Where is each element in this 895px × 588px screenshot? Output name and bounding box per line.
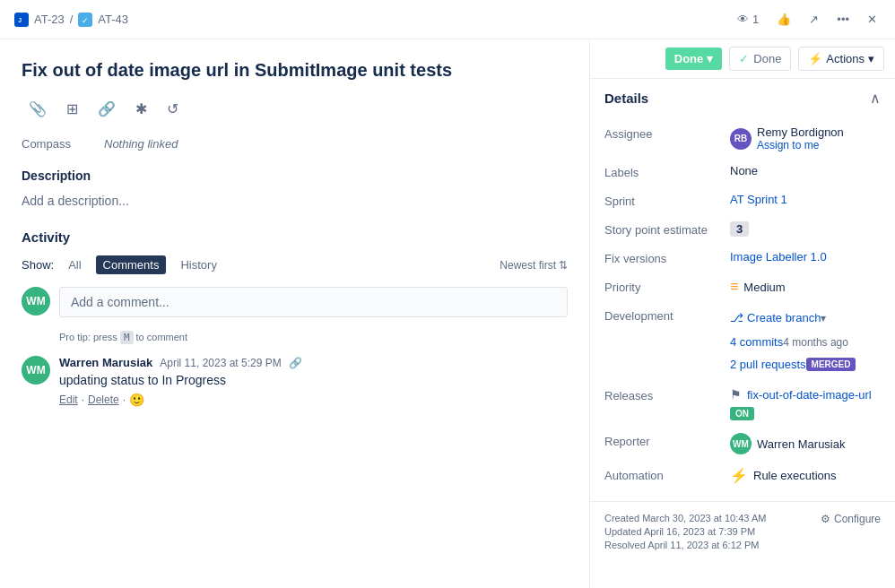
delete-comment-button[interactable]: Delete (88, 393, 119, 406)
footer-dates: Created March 30, 2023 at 10:43 AM Updat… (604, 513, 766, 550)
dev-expand-button[interactable]: ▾ (821, 312, 826, 324)
dev-header: ⎇ Create branch ▾ (730, 311, 826, 324)
create-branch-link[interactable]: ⎇ Create branch (730, 311, 821, 324)
edit-comment-button[interactable]: Edit (59, 393, 78, 406)
jira-logo-icon: J (14, 13, 29, 27)
labels-label: Labels (604, 164, 730, 179)
done-chevron-icon: ▾ (707, 52, 713, 65)
sprint-button[interactable]: ↺ (160, 95, 186, 123)
main-content: Fix out of date image url in SubmitImage… (0, 39, 895, 588)
fix-version-link[interactable]: Image Labeller 1.0 (730, 250, 827, 264)
assignee-row: Assignee RB Remy Bordignon Assign to me (604, 119, 881, 158)
done-status[interactable]: ✓ Done (729, 47, 791, 71)
breadcrumb-bar: J AT-23 / ✓ AT-43 👁 1 👍 ↗ ••• (0, 0, 895, 39)
reporter-name: Warren Marusiak (757, 437, 845, 451)
description-placeholder[interactable]: Add a description... (22, 190, 568, 212)
comment-author: Warren Marusiak (59, 356, 152, 369)
breadcrumb-actions: 👁 1 👍 ↗ ••• ✕ (734, 9, 881, 30)
comment-actions: Edit · Delete · 🙂 (59, 393, 568, 407)
assignee-info: Remy Bordignon Assign to me (757, 125, 844, 151)
filter-comments-button[interactable]: Comments (96, 255, 167, 274)
show-row: Show: All Comments History Newest first … (22, 255, 568, 274)
sort-button[interactable]: Newest first ⇅ (500, 259, 568, 272)
actions-icon: ⚡ (808, 52, 822, 65)
commits-link[interactable]: 4 commits (730, 335, 783, 349)
pr-link[interactable]: 2 pull requests (730, 358, 806, 371)
close-button[interactable]: ✕ (864, 9, 881, 30)
development-row: Development ⎇ Create branch ▾ 4 commits (604, 301, 881, 381)
assign-to-me-link[interactable]: Assign to me (757, 139, 844, 151)
emoji-reaction-button[interactable]: 🙂 (129, 393, 144, 407)
svg-text:✓: ✓ (82, 16, 89, 24)
reporter-row: Reporter WM Warren Marusiak (604, 427, 881, 461)
child-issue-button[interactable]: ⊞ (59, 95, 85, 123)
details-collapse-button[interactable]: ∧ (870, 90, 881, 107)
automation-value: ⚡ Rule executions (730, 467, 881, 484)
reporter-label: Reporter (604, 433, 730, 448)
actions-label: Actions (826, 52, 865, 65)
details-title: Details (604, 91, 648, 106)
description-section: Description Add a description... (22, 169, 568, 212)
sprint-link[interactable]: AT Sprint 1 (730, 193, 787, 206)
commits-time: 4 months ago (783, 336, 848, 349)
sort-label: Newest first (500, 259, 556, 272)
on-badge: ON (730, 407, 754, 420)
link-button[interactable]: 🔗 (91, 95, 123, 123)
current-user-avatar: WM (22, 287, 50, 316)
priority-row: Priority ≡ Medium (604, 272, 881, 301)
development-value: ⎇ Create branch ▾ 4 commits 4 months ago (730, 307, 881, 375)
automation-text: Rule executions (753, 469, 837, 482)
done-button-label: Done (674, 52, 704, 65)
fix-versions-label: Fix versions (604, 250, 730, 265)
attach-button[interactable]: 📎 (22, 95, 54, 123)
sprint-row: Sprint AT Sprint 1 (604, 186, 881, 215)
priority-icon: ≡ (730, 279, 738, 295)
assignee-name: Remy Bordignon (757, 125, 844, 139)
actions-chevron-icon: ▾ (868, 52, 874, 65)
breadcrumb-task[interactable]: AT-43 (98, 13, 128, 26)
comment-link-icon[interactable]: 🔗 (289, 357, 302, 369)
story-point-row: Story point estimate 3 (604, 215, 881, 244)
svg-text:J: J (18, 16, 22, 22)
apps-button[interactable]: ✱ (128, 95, 154, 123)
release-name[interactable]: fix-out-of-date-image-url (747, 388, 872, 402)
assignee-avatar: RB (730, 128, 752, 150)
page-title: Fix out of date image url in SubmitImage… (22, 57, 568, 82)
sprint-value: AT Sprint 1 (730, 193, 881, 206)
filter-history-button[interactable]: History (173, 255, 223, 274)
actions-button[interactable]: ⚡ Actions ▾ (798, 47, 884, 71)
labels-value: None (730, 164, 881, 177)
pro-tip-key: M (120, 331, 134, 344)
comment-body: Warren Marusiak April 11, 2023 at 5:29 P… (59, 356, 568, 407)
merged-badge: MERGED (806, 358, 856, 371)
configure-button[interactable]: ⚙ Configure (821, 513, 881, 525)
automation-icon: ⚡ (730, 467, 748, 484)
resolved-date: Resolved April 11, 2023 at 6:12 PM (604, 540, 766, 550)
comment-input[interactable]: Add a comment... (59, 287, 568, 317)
reporter-value: WM Warren Marusiak (730, 433, 881, 454)
like-button[interactable]: 👍 (773, 9, 795, 30)
priority-label: Priority (604, 279, 730, 294)
ellipsis-icon: ••• (837, 13, 849, 26)
pro-tip: Pro tip: press M to comment (59, 332, 568, 343)
breadcrumb-project[interactable]: AT-23 (34, 13, 65, 26)
assignee-value: RB Remy Bordignon Assign to me (730, 125, 881, 151)
pro-tip-suffix: to comment (136, 332, 187, 342)
more-button[interactable]: ••• (833, 9, 853, 30)
show-filters: Show: All Comments History (22, 255, 224, 274)
dev-commits-row: 4 commits 4 months ago (730, 335, 848, 349)
compass-row: Compass Nothing linked (22, 137, 568, 151)
story-label: Story point estimate (604, 221, 730, 237)
share-button[interactable]: ↗ (805, 9, 822, 30)
compass-label: Compass (22, 137, 93, 151)
close-icon: ✕ (867, 13, 877, 26)
sprint-label: Sprint (604, 193, 730, 208)
configure-label: Configure (834, 513, 881, 525)
task-type-icon: ✓ (78, 13, 92, 27)
comment-meta: Warren Marusiak April 11, 2023 at 5:29 P… (59, 356, 568, 369)
automation-label: Automation (604, 467, 730, 482)
filter-all-button[interactable]: All (61, 255, 88, 274)
done-button[interactable]: Done ▾ (665, 48, 723, 70)
watch-button[interactable]: 👁 1 (734, 9, 762, 30)
right-panel: Done ▾ ✓ Done ⚡ Actions ▾ Details ∧ (590, 39, 895, 588)
